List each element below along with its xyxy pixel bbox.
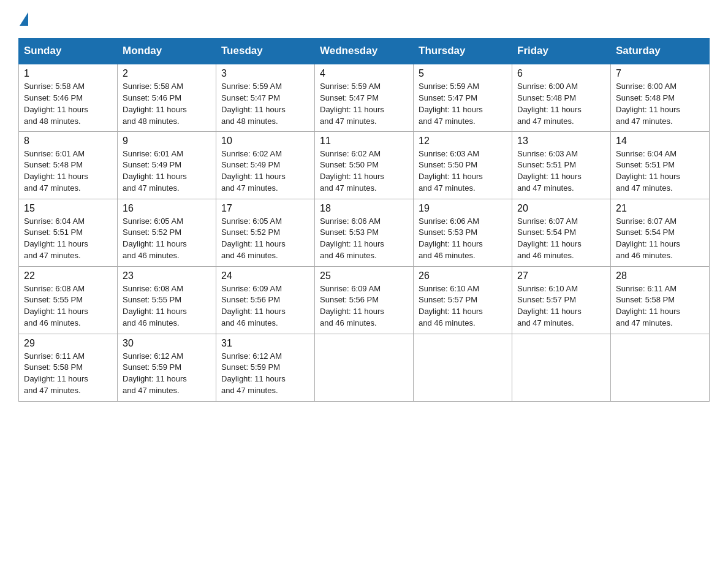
day-number: 29 <box>24 338 112 349</box>
day-info: Sunrise: 6:06 AMSunset: 5:53 PMDaylight:… <box>419 216 483 261</box>
day-number: 21 <box>616 203 704 214</box>
day-info: Sunrise: 5:58 AMSunset: 5:46 PMDaylight:… <box>24 82 88 126</box>
column-header-friday: Friday <box>512 39 611 64</box>
day-number: 14 <box>616 136 704 147</box>
day-info: Sunrise: 5:59 AMSunset: 5:47 PMDaylight:… <box>320 82 384 126</box>
calendar-cell: 3 Sunrise: 5:59 AMSunset: 5:47 PMDayligh… <box>216 64 315 131</box>
day-info: Sunrise: 6:10 AMSunset: 5:57 PMDaylight:… <box>419 284 483 328</box>
column-header-monday: Monday <box>118 39 216 64</box>
week-row-4: 22 Sunrise: 6:08 AMSunset: 5:55 PMDaylig… <box>19 266 710 334</box>
calendar-cell <box>414 334 512 401</box>
day-number: 4 <box>320 68 408 79</box>
column-header-thursday: Thursday <box>414 39 512 64</box>
day-info: Sunrise: 5:58 AMSunset: 5:46 PMDaylight:… <box>123 82 187 126</box>
day-number: 2 <box>123 68 211 79</box>
calendar-cell: 2 Sunrise: 5:58 AMSunset: 5:46 PMDayligh… <box>118 64 216 131</box>
column-header-saturday: Saturday <box>611 39 710 64</box>
week-row-3: 15 Sunrise: 6:04 AMSunset: 5:51 PMDaylig… <box>19 199 710 266</box>
day-info: Sunrise: 6:01 AMSunset: 5:49 PMDaylight:… <box>123 149 187 193</box>
day-number: 11 <box>320 136 408 147</box>
day-info: Sunrise: 6:09 AMSunset: 5:56 PMDaylight:… <box>221 284 286 328</box>
calendar-cell: 22 Sunrise: 6:08 AMSunset: 5:55 PMDaylig… <box>19 266 118 334</box>
calendar-cell: 27 Sunrise: 6:10 AMSunset: 5:57 PMDaylig… <box>512 266 611 334</box>
calendar-cell: 25 Sunrise: 6:09 AMSunset: 5:56 PMDaylig… <box>315 266 414 334</box>
day-number: 20 <box>517 203 605 214</box>
calendar-cell: 16 Sunrise: 6:05 AMSunset: 5:52 PMDaylig… <box>118 199 216 266</box>
week-row-2: 8 Sunrise: 6:01 AMSunset: 5:48 PMDayligh… <box>19 131 710 199</box>
day-number: 10 <box>221 136 309 147</box>
calendar-cell: 12 Sunrise: 6:03 AMSunset: 5:50 PMDaylig… <box>414 131 512 199</box>
column-header-sunday: Sunday <box>19 39 118 64</box>
day-info: Sunrise: 6:02 AMSunset: 5:49 PMDaylight:… <box>221 149 286 193</box>
calendar-cell: 15 Sunrise: 6:04 AMSunset: 5:51 PMDaylig… <box>19 199 118 266</box>
day-info: Sunrise: 6:06 AMSunset: 5:53 PMDaylight:… <box>320 216 384 261</box>
calendar-cell: 10 Sunrise: 6:02 AMSunset: 5:49 PMDaylig… <box>216 131 315 199</box>
calendar-cell: 31 Sunrise: 6:12 AMSunset: 5:59 PMDaylig… <box>216 334 315 401</box>
calendar-cell <box>512 334 611 401</box>
calendar-header-row: SundayMondayTuesdayWednesdayThursdayFrid… <box>19 39 710 64</box>
day-info: Sunrise: 6:12 AMSunset: 5:59 PMDaylight:… <box>221 351 286 396</box>
calendar-cell: 9 Sunrise: 6:01 AMSunset: 5:49 PMDayligh… <box>118 131 216 199</box>
calendar-cell: 7 Sunrise: 6:00 AMSunset: 5:48 PMDayligh… <box>611 64 710 131</box>
day-number: 27 <box>517 270 605 282</box>
day-number: 19 <box>419 203 507 214</box>
calendar-cell: 23 Sunrise: 6:08 AMSunset: 5:55 PMDaylig… <box>118 266 216 334</box>
day-info: Sunrise: 6:02 AMSunset: 5:50 PMDaylight:… <box>320 149 384 193</box>
day-info: Sunrise: 6:11 AMSunset: 5:58 PMDaylight:… <box>616 284 680 328</box>
calendar-cell: 19 Sunrise: 6:06 AMSunset: 5:53 PMDaylig… <box>414 199 512 266</box>
calendar-cell: 13 Sunrise: 6:03 AMSunset: 5:51 PMDaylig… <box>512 131 611 199</box>
calendar-cell: 18 Sunrise: 6:06 AMSunset: 5:53 PMDaylig… <box>315 199 414 266</box>
week-row-1: 1 Sunrise: 5:58 AMSunset: 5:46 PMDayligh… <box>19 64 710 131</box>
day-info: Sunrise: 6:09 AMSunset: 5:56 PMDaylight:… <box>320 284 384 328</box>
day-info: Sunrise: 6:05 AMSunset: 5:52 PMDaylight:… <box>221 216 286 261</box>
calendar-cell: 24 Sunrise: 6:09 AMSunset: 5:56 PMDaylig… <box>216 266 315 334</box>
day-info: Sunrise: 6:01 AMSunset: 5:48 PMDaylight:… <box>24 149 88 193</box>
day-info: Sunrise: 6:03 AMSunset: 5:50 PMDaylight:… <box>419 149 483 193</box>
calendar-cell: 26 Sunrise: 6:10 AMSunset: 5:57 PMDaylig… <box>414 266 512 334</box>
day-info: Sunrise: 5:59 AMSunset: 5:47 PMDaylight:… <box>419 82 483 126</box>
page-header <box>18 12 710 26</box>
day-info: Sunrise: 6:07 AMSunset: 5:54 PMDaylight:… <box>517 216 582 261</box>
calendar-table: SundayMondayTuesdayWednesdayThursdayFrid… <box>18 38 710 402</box>
calendar-cell: 6 Sunrise: 6:00 AMSunset: 5:48 PMDayligh… <box>512 64 611 131</box>
logo-triangle-icon <box>20 12 28 26</box>
calendar-cell <box>611 334 710 401</box>
calendar-cell: 5 Sunrise: 5:59 AMSunset: 5:47 PMDayligh… <box>414 64 512 131</box>
calendar-cell: 30 Sunrise: 6:12 AMSunset: 5:59 PMDaylig… <box>118 334 216 401</box>
day-info: Sunrise: 6:04 AMSunset: 5:51 PMDaylight:… <box>616 149 680 193</box>
calendar-cell: 14 Sunrise: 6:04 AMSunset: 5:51 PMDaylig… <box>611 131 710 199</box>
calendar-cell: 17 Sunrise: 6:05 AMSunset: 5:52 PMDaylig… <box>216 199 315 266</box>
week-row-5: 29 Sunrise: 6:11 AMSunset: 5:58 PMDaylig… <box>19 334 710 401</box>
calendar-cell: 1 Sunrise: 5:58 AMSunset: 5:46 PMDayligh… <box>19 64 118 131</box>
calendar-cell: 4 Sunrise: 5:59 AMSunset: 5:47 PMDayligh… <box>315 64 414 131</box>
day-info: Sunrise: 6:00 AMSunset: 5:48 PMDaylight:… <box>517 82 582 126</box>
day-info: Sunrise: 6:08 AMSunset: 5:55 PMDaylight:… <box>24 284 88 328</box>
day-number: 15 <box>24 203 112 214</box>
day-number: 1 <box>24 68 112 79</box>
day-number: 16 <box>123 203 211 214</box>
calendar-cell: 28 Sunrise: 6:11 AMSunset: 5:58 PMDaylig… <box>611 266 710 334</box>
calendar-cell: 8 Sunrise: 6:01 AMSunset: 5:48 PMDayligh… <box>19 131 118 199</box>
day-number: 31 <box>221 338 309 349</box>
day-number: 8 <box>24 136 112 147</box>
day-number: 13 <box>517 136 605 147</box>
day-number: 25 <box>320 270 408 282</box>
calendar-cell: 20 Sunrise: 6:07 AMSunset: 5:54 PMDaylig… <box>512 199 611 266</box>
day-info: Sunrise: 6:08 AMSunset: 5:55 PMDaylight:… <box>123 284 187 328</box>
day-number: 22 <box>24 270 112 282</box>
column-header-wednesday: Wednesday <box>315 39 414 64</box>
calendar-cell <box>315 334 414 401</box>
day-info: Sunrise: 6:00 AMSunset: 5:48 PMDaylight:… <box>616 82 680 126</box>
day-info: Sunrise: 6:07 AMSunset: 5:54 PMDaylight:… <box>616 216 680 261</box>
day-number: 7 <box>616 68 704 79</box>
day-number: 5 <box>419 68 507 79</box>
calendar-cell: 21 Sunrise: 6:07 AMSunset: 5:54 PMDaylig… <box>611 199 710 266</box>
day-number: 18 <box>320 203 408 214</box>
day-number: 30 <box>123 338 211 349</box>
day-number: 26 <box>419 270 507 282</box>
day-number: 12 <box>419 136 507 147</box>
day-number: 3 <box>221 68 309 79</box>
calendar-cell: 29 Sunrise: 6:11 AMSunset: 5:58 PMDaylig… <box>19 334 118 401</box>
day-number: 17 <box>221 203 309 214</box>
day-info: Sunrise: 5:59 AMSunset: 5:47 PMDaylight:… <box>221 82 286 126</box>
